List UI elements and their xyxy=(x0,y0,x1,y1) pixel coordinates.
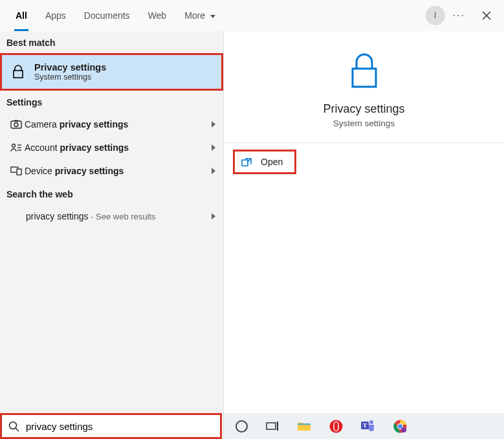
web-header: Search the web xyxy=(0,183,223,205)
svg-point-25 xyxy=(369,420,373,424)
tab-more[interactable]: More xyxy=(175,0,225,31)
lock-icon xyxy=(347,52,382,91)
close-button[interactable] xyxy=(476,8,498,23)
user-avatar[interactable]: I xyxy=(426,6,445,25)
taskbar-taskview[interactable] xyxy=(266,421,279,431)
open-icon xyxy=(241,157,252,166)
best-match-item[interactable]: Privacy settings System settings xyxy=(0,53,223,91)
search-box[interactable] xyxy=(0,413,222,439)
account-icon xyxy=(8,143,25,152)
taskview-icon xyxy=(266,421,279,431)
best-match-subtitle: System settings xyxy=(34,73,106,82)
open-label: Open xyxy=(261,157,283,167)
taskbar-teams[interactable]: T xyxy=(361,420,375,433)
svg-point-22 xyxy=(334,422,338,431)
settings-item-label: Account privacy settings xyxy=(25,142,212,153)
detail-subtitle: System settings xyxy=(333,118,395,128)
svg-rect-13 xyxy=(242,160,248,166)
tab-web[interactable]: Web xyxy=(139,0,176,31)
web-result-item[interactable]: privacy settings - See web results xyxy=(0,205,223,228)
tab-more-label: More xyxy=(184,10,205,21)
detail-title: Privacy settings xyxy=(323,102,404,116)
svg-rect-2 xyxy=(14,71,23,78)
settings-item-account-privacy[interactable]: Account privacy settings xyxy=(0,136,223,159)
svg-point-15 xyxy=(10,422,17,429)
svg-text:T: T xyxy=(363,422,367,429)
tab-all[interactable]: All xyxy=(6,0,36,31)
more-options-button[interactable]: ··· xyxy=(453,10,465,21)
svg-point-29 xyxy=(401,427,406,433)
camera-icon xyxy=(8,120,25,129)
taskbar-opera[interactable] xyxy=(329,420,343,433)
svg-line-16 xyxy=(16,428,19,431)
svg-rect-18 xyxy=(277,422,278,431)
settings-item-label: Device privacy settings xyxy=(25,166,212,176)
taskbar: T xyxy=(224,413,504,439)
taskbar-cortana[interactable] xyxy=(236,420,248,433)
svg-rect-11 xyxy=(17,169,21,175)
svg-rect-3 xyxy=(11,121,21,128)
cortana-icon xyxy=(236,420,248,433)
svg-rect-19 xyxy=(298,423,311,425)
svg-point-6 xyxy=(12,144,16,148)
chevron-right-icon xyxy=(212,144,215,151)
taskbar-chrome[interactable] xyxy=(393,420,407,433)
search-input[interactable] xyxy=(26,421,214,432)
lock-icon xyxy=(8,65,28,79)
svg-rect-5 xyxy=(14,120,18,122)
open-button[interactable]: Open xyxy=(233,150,296,174)
detail-pane: Privacy settings System settings Open xyxy=(224,31,504,439)
tab-apps[interactable]: Apps xyxy=(36,0,75,31)
results-pane: Best match Privacy settings System setti… xyxy=(0,31,224,439)
settings-item-camera-privacy[interactable]: Camera privacy settings xyxy=(0,113,223,136)
teams-icon: T xyxy=(361,420,375,433)
settings-header: Settings xyxy=(0,91,223,113)
settings-item-label: Camera privacy settings xyxy=(25,119,212,129)
svg-rect-12 xyxy=(353,69,376,87)
svg-rect-17 xyxy=(267,423,276,429)
settings-item-device-privacy[interactable]: Device privacy settings xyxy=(0,159,223,183)
web-result-label: privacy settings - See web results xyxy=(26,211,212,221)
tab-documents[interactable]: Documents xyxy=(75,0,139,31)
taskbar-file-explorer[interactable] xyxy=(297,420,311,432)
search-tabs: All Apps Documents Web More I ··· xyxy=(0,0,504,31)
chrome-icon xyxy=(393,420,407,433)
best-match-title: Privacy settings xyxy=(34,62,106,73)
chevron-right-icon xyxy=(212,168,215,174)
chevron-right-icon xyxy=(212,213,215,220)
svg-point-28 xyxy=(398,424,402,429)
chevron-right-icon xyxy=(212,121,215,128)
svg-point-4 xyxy=(14,123,18,127)
device-icon xyxy=(8,166,25,175)
close-icon xyxy=(482,11,491,20)
folder-icon xyxy=(297,420,311,432)
best-match-header: Best match xyxy=(0,31,223,53)
search-icon xyxy=(8,421,19,432)
chevron-down-icon xyxy=(210,15,215,18)
opera-icon xyxy=(329,420,343,433)
